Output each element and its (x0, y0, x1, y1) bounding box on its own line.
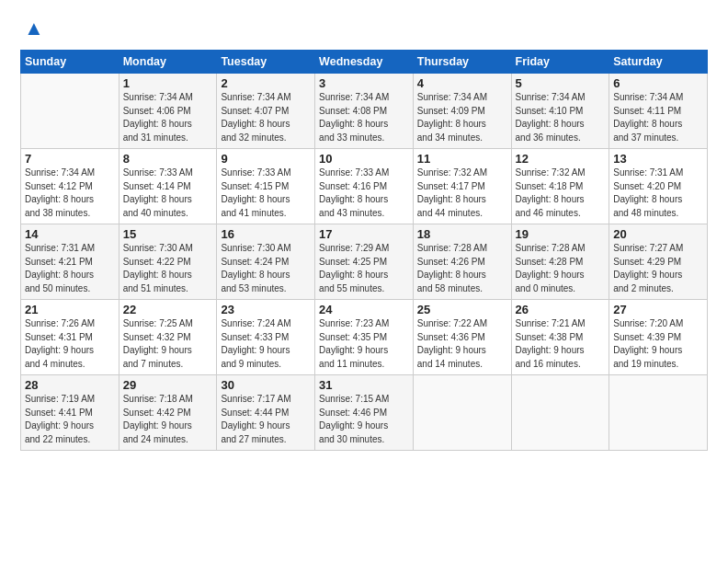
calendar-cell: 26Sunrise: 7:21 AMSunset: 4:38 PMDayligh… (511, 300, 609, 375)
day-info: Sunrise: 7:17 AMSunset: 4:44 PMDaylight:… (221, 393, 311, 446)
weekday-header-friday: Friday (511, 51, 609, 74)
week-row-4: 28Sunrise: 7:19 AMSunset: 4:41 PMDayligh… (21, 375, 708, 451)
day-info: Sunrise: 7:32 AMSunset: 4:18 PMDaylight:… (516, 167, 606, 220)
day-number: 22 (123, 303, 213, 316)
day-number: 29 (123, 378, 213, 392)
day-number: 31 (319, 378, 409, 392)
day-info: Sunrise: 7:33 AMSunset: 4:16 PMDaylight:… (319, 167, 409, 220)
day-info: Sunrise: 7:30 AMSunset: 4:22 PMDaylight:… (123, 242, 213, 295)
calendar-table: SundayMondayTuesdayWednesdayThursdayFrid… (20, 50, 708, 451)
day-number: 27 (613, 303, 703, 316)
day-number: 5 (516, 76, 606, 90)
calendar-cell (21, 74, 119, 149)
calendar-cell: 23Sunrise: 7:24 AMSunset: 4:33 PMDayligh… (217, 300, 315, 375)
page: ▲ SundayMondayTuesdayWednesdayThursdayFr… (0, 0, 728, 563)
day-number: 10 (319, 152, 409, 166)
calendar-cell: 13Sunrise: 7:31 AMSunset: 4:20 PMDayligh… (609, 149, 708, 224)
day-info: Sunrise: 7:33 AMSunset: 4:14 PMDaylight:… (123, 167, 213, 220)
day-number: 16 (221, 227, 311, 241)
weekday-header-wednesday: Wednesday (315, 51, 414, 74)
day-info: Sunrise: 7:34 AMSunset: 4:06 PMDaylight:… (123, 91, 213, 144)
week-row-3: 21Sunrise: 7:26 AMSunset: 4:31 PMDayligh… (21, 300, 708, 375)
calendar-cell: 22Sunrise: 7:25 AMSunset: 4:32 PMDayligh… (119, 300, 217, 375)
day-info: Sunrise: 7:34 AMSunset: 4:07 PMDaylight:… (221, 91, 311, 144)
day-info: Sunrise: 7:24 AMSunset: 4:33 PMDaylight:… (221, 317, 311, 371)
calendar-cell: 11Sunrise: 7:32 AMSunset: 4:17 PMDayligh… (413, 149, 511, 224)
calendar-cell: 21Sunrise: 7:26 AMSunset: 4:31 PMDayligh… (21, 300, 119, 375)
day-number: 1 (123, 76, 213, 90)
day-number: 24 (319, 303, 409, 316)
day-info: Sunrise: 7:15 AMSunset: 4:46 PMDaylight:… (319, 393, 409, 446)
calendar-cell: 18Sunrise: 7:28 AMSunset: 4:26 PMDayligh… (413, 224, 511, 300)
day-number: 2 (221, 76, 311, 90)
calendar-cell: 10Sunrise: 7:33 AMSunset: 4:16 PMDayligh… (315, 149, 414, 224)
day-number: 6 (613, 76, 703, 90)
day-number: 28 (25, 378, 115, 392)
day-info: Sunrise: 7:18 AMSunset: 4:42 PMDaylight:… (123, 393, 213, 446)
calendar-cell: 16Sunrise: 7:30 AMSunset: 4:24 PMDayligh… (217, 224, 315, 300)
day-info: Sunrise: 7:31 AMSunset: 4:20 PMDaylight:… (613, 167, 703, 220)
day-info: Sunrise: 7:30 AMSunset: 4:24 PMDaylight:… (221, 242, 311, 295)
calendar-cell: 9Sunrise: 7:33 AMSunset: 4:15 PMDaylight… (217, 149, 315, 224)
day-number: 20 (613, 227, 703, 241)
day-info: Sunrise: 7:20 AMSunset: 4:39 PMDaylight:… (613, 317, 703, 371)
day-info: Sunrise: 7:28 AMSunset: 4:28 PMDaylight:… (516, 242, 606, 295)
day-number: 23 (221, 303, 311, 316)
day-info: Sunrise: 7:28 AMSunset: 4:26 PMDaylight:… (417, 242, 507, 295)
day-number: 8 (123, 152, 213, 166)
day-info: Sunrise: 7:34 AMSunset: 4:08 PMDaylight:… (319, 91, 409, 144)
weekday-header-tuesday: Tuesday (217, 51, 315, 74)
calendar-cell: 5Sunrise: 7:34 AMSunset: 4:10 PMDaylight… (511, 74, 609, 149)
week-row-1: 7Sunrise: 7:34 AMSunset: 4:12 PMDaylight… (21, 149, 708, 224)
weekday-header-sunday: Sunday (21, 51, 119, 74)
calendar-cell: 24Sunrise: 7:23 AMSunset: 4:35 PMDayligh… (315, 300, 414, 375)
calendar-cell: 30Sunrise: 7:17 AMSunset: 4:44 PMDayligh… (217, 375, 315, 451)
weekday-header-row: SundayMondayTuesdayWednesdayThursdayFrid… (21, 51, 708, 74)
logo-icon: ▲ (24, 17, 44, 40)
calendar-cell: 8Sunrise: 7:33 AMSunset: 4:14 PMDaylight… (119, 149, 217, 224)
week-row-0: 1Sunrise: 7:34 AMSunset: 4:06 PMDaylight… (21, 74, 708, 149)
logo: ▲ (20, 17, 44, 40)
calendar-cell: 29Sunrise: 7:18 AMSunset: 4:42 PMDayligh… (119, 375, 217, 451)
calendar-cell: 3Sunrise: 7:34 AMSunset: 4:08 PMDaylight… (315, 74, 414, 149)
day-number: 26 (516, 303, 606, 316)
day-number: 17 (319, 227, 409, 241)
day-info: Sunrise: 7:27 AMSunset: 4:29 PMDaylight:… (613, 242, 703, 295)
logo-block: ▲ (20, 17, 44, 40)
calendar-cell: 6Sunrise: 7:34 AMSunset: 4:11 PMDaylight… (609, 74, 708, 149)
calendar-cell: 14Sunrise: 7:31 AMSunset: 4:21 PMDayligh… (21, 224, 119, 300)
day-number: 7 (25, 152, 115, 166)
day-info: Sunrise: 7:22 AMSunset: 4:36 PMDaylight:… (417, 317, 507, 371)
weekday-header-thursday: Thursday (413, 51, 511, 74)
day-info: Sunrise: 7:34 AMSunset: 4:12 PMDaylight:… (25, 167, 115, 220)
day-number: 12 (516, 152, 606, 166)
day-info: Sunrise: 7:26 AMSunset: 4:31 PMDaylight:… (25, 317, 115, 371)
calendar-cell: 15Sunrise: 7:30 AMSunset: 4:22 PMDayligh… (119, 224, 217, 300)
day-info: Sunrise: 7:21 AMSunset: 4:38 PMDaylight:… (516, 317, 606, 371)
calendar-cell (511, 375, 609, 451)
week-row-2: 14Sunrise: 7:31 AMSunset: 4:21 PMDayligh… (21, 224, 708, 300)
calendar-cell: 28Sunrise: 7:19 AMSunset: 4:41 PMDayligh… (21, 375, 119, 451)
day-number: 18 (417, 227, 507, 241)
calendar-cell: 12Sunrise: 7:32 AMSunset: 4:18 PMDayligh… (511, 149, 609, 224)
day-number: 9 (221, 152, 311, 166)
day-number: 25 (417, 303, 507, 316)
calendar-cell: 20Sunrise: 7:27 AMSunset: 4:29 PMDayligh… (609, 224, 708, 300)
day-info: Sunrise: 7:23 AMSunset: 4:35 PMDaylight:… (319, 317, 409, 371)
day-number: 15 (123, 227, 213, 241)
day-number: 21 (25, 303, 115, 316)
weekday-header-monday: Monday (119, 51, 217, 74)
calendar-cell: 27Sunrise: 7:20 AMSunset: 4:39 PMDayligh… (609, 300, 708, 375)
weekday-header-saturday: Saturday (609, 51, 708, 74)
calendar-cell: 1Sunrise: 7:34 AMSunset: 4:06 PMDaylight… (119, 74, 217, 149)
day-number: 4 (417, 76, 507, 90)
day-info: Sunrise: 7:29 AMSunset: 4:25 PMDaylight:… (319, 242, 409, 295)
day-info: Sunrise: 7:31 AMSunset: 4:21 PMDaylight:… (25, 242, 115, 295)
header: ▲ (20, 17, 708, 40)
day-info: Sunrise: 7:34 AMSunset: 4:10 PMDaylight:… (516, 91, 606, 144)
logo-row: ▲ (20, 17, 44, 40)
day-info: Sunrise: 7:34 AMSunset: 4:11 PMDaylight:… (613, 91, 703, 144)
calendar-cell (609, 375, 708, 451)
calendar-cell: 7Sunrise: 7:34 AMSunset: 4:12 PMDaylight… (21, 149, 119, 224)
day-number: 30 (221, 378, 311, 392)
